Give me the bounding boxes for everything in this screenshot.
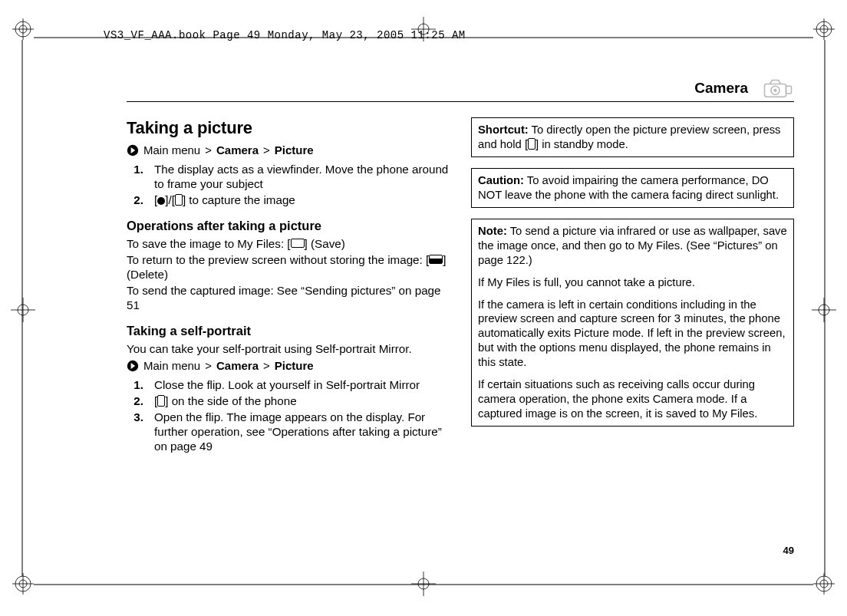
- self-portrait-intro: You can take your self-portrait using Se…: [127, 341, 450, 356]
- step-text: The display acts as a viewfinder. Move t…: [154, 162, 450, 191]
- bc-root: Main menu: [143, 143, 200, 158]
- bc-camera: Camera: [216, 143, 259, 158]
- arrow-icon: [127, 360, 139, 372]
- camera-icon: [762, 77, 794, 100]
- bc-sep: >: [263, 143, 270, 158]
- side-key-icon: [175, 194, 183, 206]
- heading-taking-picture: Taking a picture: [127, 117, 450, 139]
- step-text: [] on the side of the phone: [154, 394, 450, 408]
- running-head: VS3_VF_AAA.book Page 49 Monday, May 23, …: [104, 29, 466, 41]
- crop-target-mr: [812, 298, 836, 325]
- breadcrumb-2: Main menu > Camera > Picture: [127, 359, 450, 374]
- side-key-icon: [528, 138, 536, 150]
- centre-key-icon: [157, 197, 165, 205]
- caution-label: Caution:: [478, 174, 524, 186]
- caution-box: Caution: To avoid impairing the camera p…: [471, 168, 794, 208]
- step-number: 2.: [127, 394, 143, 408]
- arrow-icon: [127, 144, 139, 156]
- list-item: 1. Close the flip. Look at yourself in S…: [127, 377, 450, 392]
- crop-target-ml: [11, 298, 35, 325]
- steps-2: 1. Close the flip. Look at yourself in S…: [127, 377, 450, 453]
- step-text: []/[] to capture the image: [154, 193, 450, 207]
- page-title: Camera: [694, 80, 748, 97]
- step-number: 1.: [127, 377, 143, 392]
- note-p3: If the camera is left in certain conditi…: [478, 298, 787, 371]
- step-number: 2.: [127, 193, 143, 207]
- shortcut-box: Shortcut: To directly open the picture p…: [471, 117, 794, 157]
- heading-operations-after: Operations after taking a picture: [127, 218, 450, 234]
- op-delete: To return to the preview screen without …: [127, 252, 450, 282]
- bc-sep: >: [263, 359, 270, 374]
- list-item: 1. The display acts as a viewfinder. Mov…: [127, 162, 450, 191]
- step-text: Open the flip. The image appears on the …: [154, 410, 450, 453]
- step-number: 3.: [127, 410, 143, 453]
- steps-1: 1. The display acts as a viewfinder. Mov…: [127, 162, 450, 207]
- softkey-delete-icon: [429, 255, 443, 264]
- crop-target-mb: [411, 572, 436, 599]
- bc-root: Main menu: [143, 359, 200, 374]
- page-header: Camera: [127, 75, 794, 102]
- note-p2: If My Files is full, you cannot take a p…: [478, 275, 787, 290]
- op-send: To send the captured image: See “Sending…: [127, 283, 450, 312]
- bc-sep: >: [205, 359, 212, 374]
- step-text: Close the flip. Look at yourself in Self…: [154, 377, 450, 392]
- op-save: To save the image to My Files: [] (Save): [127, 236, 450, 251]
- page-body: Camera Taking a picture Main menu > Cam: [127, 75, 794, 456]
- list-item: 2. []/[] to capture the image: [127, 193, 450, 207]
- left-column: Taking a picture Main menu > Camera > Pi…: [127, 117, 450, 456]
- bc-picture: Picture: [275, 359, 314, 374]
- svg-rect-35: [786, 86, 792, 94]
- bc-picture: Picture: [275, 143, 314, 158]
- svg-point-34: [773, 89, 776, 92]
- page-number: 49: [783, 545, 794, 556]
- note-p4: If certain situations such as receiving …: [478, 377, 787, 421]
- right-column: Shortcut: To directly open the picture p…: [471, 117, 794, 456]
- list-item: 2. [] on the side of the phone: [127, 394, 450, 408]
- shortcut-label: Shortcut:: [478, 124, 529, 136]
- breadcrumb-1: Main menu > Camera > Picture: [127, 143, 450, 158]
- step-number: 1.: [127, 162, 143, 191]
- bc-camera: Camera: [216, 359, 259, 374]
- list-item: 3. Open the flip. The image appears on t…: [127, 410, 450, 453]
- note-p1: To send a picture via infrared or use as…: [478, 225, 787, 266]
- heading-self-portrait: Taking a self-portrait: [127, 323, 450, 339]
- note-box: Note: To send a picture via infrared or …: [471, 219, 794, 427]
- side-key-icon: [157, 395, 165, 407]
- bc-sep: >: [205, 143, 212, 158]
- note-label: Note:: [478, 225, 507, 237]
- softkey-save-icon: [291, 239, 305, 248]
